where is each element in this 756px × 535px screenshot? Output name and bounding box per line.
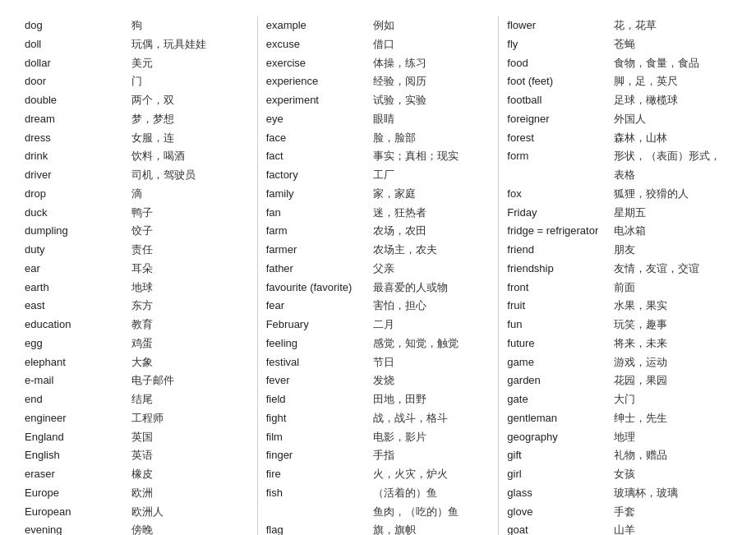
table-row: Europe欧洲 xyxy=(25,484,249,503)
chinese-translation: 电影，影片 xyxy=(373,428,426,447)
chinese-translation: 地理 xyxy=(614,428,635,447)
table-row: evening傍晚 xyxy=(25,521,249,535)
table-row: food食物，食量，食品 xyxy=(507,54,731,73)
chinese-translation: 旗，旗帜 xyxy=(373,521,416,535)
english-word: flag xyxy=(266,521,373,535)
chinese-translation: 农场，农田 xyxy=(373,222,426,241)
entries-col2: example例如excuse借口exercise体操，练习experience… xyxy=(266,16,491,535)
table-row: flower花，花草 xyxy=(507,16,731,35)
chinese-translation: 欧洲 xyxy=(131,484,153,503)
english-word: dog xyxy=(25,16,131,35)
chinese-translation: 教育 xyxy=(131,316,153,334)
english-word: goat xyxy=(507,521,614,535)
english-word: factory xyxy=(266,166,373,185)
table-row: gate大门 xyxy=(507,390,731,409)
english-word: fruit xyxy=(507,297,614,316)
table-row: duck鸭子 xyxy=(25,204,249,223)
chinese-translation: 经验，阅历 xyxy=(373,72,426,91)
english-word: elephant xyxy=(25,353,131,372)
chinese-translation: 英国 xyxy=(131,428,153,447)
divider-2 xyxy=(498,16,499,535)
english-word: driver xyxy=(25,166,131,185)
chinese-translation: 电冰箱 xyxy=(614,222,646,241)
chinese-translation: 门 xyxy=(131,72,142,91)
english-word: example xyxy=(266,16,373,35)
english-word: finger xyxy=(266,446,373,465)
table-row: door门 xyxy=(25,72,249,91)
english-word: flower xyxy=(507,16,614,35)
chinese-translation: 绅士，先生 xyxy=(614,409,667,428)
chinese-translation: 眼睛 xyxy=(373,110,394,129)
english-word: future xyxy=(507,334,614,353)
section-2: example例如excuse借口exercise体操，练习experience… xyxy=(266,16,491,535)
chinese-translation: 饮料，喝酒 xyxy=(131,147,185,166)
table-row: foreigner外国人 xyxy=(507,110,731,129)
table-row: east东方 xyxy=(25,297,249,316)
chinese-translation: 父亲 xyxy=(373,260,394,279)
chinese-translation: 火，火灾，炉火 xyxy=(373,465,448,484)
english-word: Europe xyxy=(25,484,131,503)
table-row: excuse借口 xyxy=(266,35,491,54)
table-row: family家，家庭 xyxy=(266,185,491,204)
english-word: dream xyxy=(25,110,131,129)
english-word: geography xyxy=(507,428,614,447)
english-word: gentleman xyxy=(507,409,614,428)
divider-1 xyxy=(257,16,258,535)
english-word: friendship xyxy=(507,260,614,279)
english-word: excuse xyxy=(266,35,373,54)
english-word: dumpling xyxy=(25,222,131,241)
english-word: drop xyxy=(25,185,131,204)
table-row: end结尾 xyxy=(25,390,249,409)
english-word: east xyxy=(25,297,131,316)
table-row: fan迷，狂热者 xyxy=(266,204,491,223)
table-row: future将来，未来 xyxy=(507,334,731,353)
chinese-translation: 足球，橄榄球 xyxy=(614,91,678,110)
table-row: field田地，田野 xyxy=(266,390,491,409)
table-row: drink饮料，喝酒 xyxy=(25,147,249,166)
table-row: European欧洲人 xyxy=(25,503,249,522)
table-row: experience经验，阅历 xyxy=(266,72,491,91)
english-word: fox xyxy=(507,185,614,204)
chinese-translation: 发烧 xyxy=(373,371,394,390)
table-row: flag旗，旗帜 xyxy=(266,521,491,535)
chinese-translation: 鱼肉，（吃的）鱼 xyxy=(373,503,459,522)
english-word: favourite (favorite) xyxy=(266,279,373,297)
english-word xyxy=(266,503,373,522)
table-row: feeling感觉，知觉，触觉 xyxy=(266,334,491,353)
english-word: English xyxy=(25,446,131,465)
chinese-translation: 二月 xyxy=(373,316,394,334)
chinese-translation: 滴 xyxy=(131,185,142,204)
chinese-translation: 花园，果园 xyxy=(614,371,667,390)
table-row: finger手指 xyxy=(266,446,491,465)
english-word: Friday xyxy=(507,204,614,223)
chinese-translation: 最喜爱的人或物 xyxy=(373,279,448,297)
table-row: dress女服，连 xyxy=(25,129,249,148)
chinese-translation: 花，花草 xyxy=(614,16,657,35)
main-page: dog狗doll玩偶，玩具娃娃dollar美元door门double两个，双dr… xyxy=(0,0,756,535)
english-word: ear xyxy=(25,260,131,279)
table-row: elephant大象 xyxy=(25,353,249,372)
english-word: foreigner xyxy=(507,110,614,129)
english-word: fear xyxy=(266,297,373,316)
chinese-translation: 责任 xyxy=(131,241,153,260)
chinese-translation: 耳朵 xyxy=(131,260,153,279)
table-row: 鱼肉，（吃的）鱼 xyxy=(266,503,491,522)
english-word: fire xyxy=(266,465,373,484)
english-word: fridge = refrigerator xyxy=(507,222,614,241)
chinese-translation: 田地，田野 xyxy=(373,390,426,409)
english-word: food xyxy=(507,54,614,73)
chinese-translation: 女孩 xyxy=(614,465,635,484)
chinese-translation: 借口 xyxy=(373,35,394,54)
chinese-translation: 结尾 xyxy=(131,390,153,409)
chinese-translation: 礼物，赠品 xyxy=(614,446,667,465)
chinese-translation: 玩笑，趣事 xyxy=(614,316,667,334)
english-word: game xyxy=(507,353,614,372)
chinese-translation: 鸭子 xyxy=(131,204,153,223)
english-word: fly xyxy=(507,35,614,54)
entries-col1: dog狗doll玩偶，玩具娃娃dollar美元door门double两个，双dr… xyxy=(25,16,249,535)
chinese-translation: 手指 xyxy=(373,446,394,465)
english-word: experience xyxy=(266,72,373,91)
english-word: farm xyxy=(266,222,373,241)
section-3: flower花，花草fly苍蝇food食物，食量，食品foot (feet)脚，… xyxy=(507,16,731,535)
table-row: fly苍蝇 xyxy=(507,35,731,54)
